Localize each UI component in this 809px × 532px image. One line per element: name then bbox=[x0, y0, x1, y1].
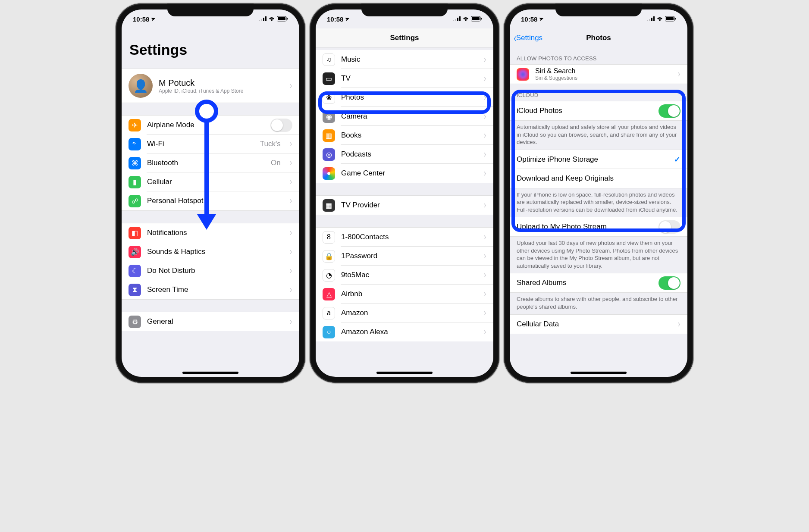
row-label: TV bbox=[341, 74, 477, 83]
home-indicator[interactable] bbox=[376, 372, 433, 374]
annotation-arrow-head bbox=[197, 214, 216, 230]
siri-search-cell[interactable]: Siri & Search Siri & Suggestions › bbox=[510, 65, 687, 84]
chevron-icon: › bbox=[484, 169, 486, 178]
row-screen-time[interactable]: ⧗Screen Time› bbox=[122, 280, 299, 299]
checkmark-icon: ✓ bbox=[674, 155, 680, 164]
optimize-label: Optimize iPhone Storage bbox=[517, 155, 668, 164]
chevron-icon: › bbox=[484, 270, 486, 280]
chevron-icon: › bbox=[484, 327, 486, 337]
chevron-icon: › bbox=[484, 251, 486, 261]
shared-albums-label: Shared Albums bbox=[517, 279, 652, 287]
home-indicator[interactable] bbox=[182, 372, 238, 374]
row-label: Wi-Fi bbox=[147, 140, 254, 148]
camera-icon: ◉ bbox=[323, 110, 335, 123]
row-do-not-disturb[interactable]: ☾Do Not Disturb› bbox=[122, 261, 299, 280]
cellular-data-label: Cellular Data bbox=[517, 320, 671, 329]
apple-id-cell[interactable]: 👤 M Potuck Apple ID, iCloud, iTunes & Ap… bbox=[122, 69, 299, 103]
row-amazon-alexa[interactable]: ○Amazon Alexa› bbox=[316, 322, 493, 341]
download-originals-cell[interactable]: Download and Keep Originals bbox=[510, 169, 687, 188]
settings-list[interactable]: ♫Music›▭TV›❀Photos›◉Camera›▥Books›◎Podca… bbox=[316, 47, 493, 377]
row-label: Music bbox=[341, 55, 477, 64]
row-photos[interactable]: ❀Photos› bbox=[316, 88, 493, 107]
chevron-icon: › bbox=[484, 232, 486, 242]
cellular-signal-icon bbox=[259, 16, 267, 22]
row-camera[interactable]: ◉Camera› bbox=[316, 107, 493, 126]
row-1-800contacts[interactable]: 81-800Contacts› bbox=[316, 228, 493, 247]
page-title: Settings bbox=[129, 41, 292, 58]
chevron-icon: › bbox=[678, 319, 680, 329]
row-label: TV Provider bbox=[341, 201, 477, 210]
photo-stream-cell[interactable]: Upload to My Photo Stream bbox=[510, 217, 687, 236]
download-label: Download and Keep Originals bbox=[517, 174, 680, 183]
tv-icon: ▭ bbox=[323, 72, 335, 85]
siri-icon bbox=[517, 68, 529, 81]
airbnb-icon: △ bbox=[323, 288, 335, 300]
section-header-allow: ALLOW PHOTOS TO ACCESS bbox=[510, 47, 687, 64]
photo-stream-label: Upload to My Photo Stream bbox=[517, 222, 652, 231]
row-label: 9to5Mac bbox=[341, 271, 477, 279]
svg-rect-1 bbox=[261, 19, 262, 21]
photos-settings-list[interactable]: ALLOW PHOTOS TO ACCESS Siri & Search Sir… bbox=[510, 47, 687, 377]
status-icons bbox=[259, 16, 288, 22]
shared-albums-toggle[interactable] bbox=[658, 276, 680, 290]
row-music[interactable]: ♫Music› bbox=[316, 50, 493, 69]
row-podcasts[interactable]: ◎Podcasts› bbox=[316, 145, 493, 164]
row-label: 1Password bbox=[341, 252, 477, 260]
row-9to5mac[interactable]: ◔9to5Mac› bbox=[316, 266, 493, 285]
row-1password[interactable]: 🔒1Password› bbox=[316, 247, 493, 266]
podcasts-icon: ◎ bbox=[323, 148, 335, 161]
section-header-icloud: ICLOUD bbox=[510, 84, 687, 101]
row-books[interactable]: ▥Books› bbox=[316, 126, 493, 145]
row-game-center[interactable]: ●Game Center› bbox=[316, 164, 493, 183]
chevron-icon: › bbox=[290, 177, 292, 187]
annotation-scroll-start bbox=[195, 100, 218, 123]
toggle[interactable] bbox=[270, 119, 292, 132]
row-tv[interactable]: ▭TV› bbox=[316, 69, 493, 88]
9to5mac-icon: ◔ bbox=[323, 269, 335, 282]
row-sounds-haptics[interactable]: 🔊Sounds & Haptics› bbox=[122, 242, 299, 261]
svg-rect-16 bbox=[651, 18, 652, 21]
row-label: Airbnb bbox=[341, 290, 477, 298]
dnd-icon: ☾ bbox=[129, 265, 141, 277]
notch bbox=[167, 3, 254, 16]
shared-albums-cell[interactable]: Shared Albums bbox=[510, 273, 687, 292]
wifi-status-icon bbox=[268, 16, 275, 22]
bluetooth-icon: ⌘ bbox=[129, 157, 141, 169]
svg-rect-2 bbox=[263, 18, 264, 21]
general-icon: ⚙ bbox=[129, 316, 141, 328]
phone-1: 10:58 ➤ Settings 👤 M Potuck Apple ID, iC… bbox=[116, 3, 305, 383]
settings-list[interactable]: 👤 M Potuck Apple ID, iCloud, iTunes & Ap… bbox=[122, 61, 299, 377]
icloud-photos-cell[interactable]: iCloud Photos bbox=[510, 101, 687, 120]
alexa-icon: ○ bbox=[323, 326, 335, 338]
home-indicator[interactable] bbox=[571, 372, 627, 374]
row-airbnb[interactable]: △Airbnb› bbox=[316, 285, 493, 304]
back-button[interactable]: ‹ Settings bbox=[513, 31, 542, 45]
row-cellular[interactable]: ▮Cellular› bbox=[122, 172, 299, 191]
row-label: Screen Time bbox=[147, 285, 283, 294]
contacts1800-icon: 8 bbox=[323, 231, 335, 244]
row-wi-fi[interactable]: ᯤWi-FiTuck's› bbox=[122, 135, 299, 153]
row-amazon[interactable]: aAmazon› bbox=[316, 304, 493, 322]
cellular-data-cell[interactable]: Cellular Data › bbox=[510, 315, 687, 334]
row-personal-hotspot[interactable]: ☍Personal Hotspot› bbox=[122, 191, 299, 210]
storage-footer: If your iPhone is low on space, full-res… bbox=[510, 188, 687, 217]
svg-rect-0 bbox=[259, 20, 260, 21]
svg-rect-19 bbox=[666, 17, 674, 20]
row-label: Books bbox=[341, 131, 477, 140]
gamecenter-icon: ● bbox=[323, 167, 335, 180]
back-label: Settings bbox=[516, 34, 542, 42]
chevron-icon: › bbox=[484, 93, 486, 102]
svg-rect-17 bbox=[653, 16, 655, 21]
row-general[interactable]: ⚙General› bbox=[122, 312, 299, 331]
row-bluetooth[interactable]: ⌘BluetoothOn› bbox=[122, 153, 299, 172]
annotation-arrow-line bbox=[204, 121, 209, 215]
svg-rect-20 bbox=[675, 18, 676, 20]
chevron-icon: › bbox=[290, 285, 292, 294]
1password-icon: 🔒 bbox=[323, 250, 335, 263]
optimize-storage-cell[interactable]: Optimize iPhone Storage ✓ bbox=[510, 150, 687, 169]
icloud-photos-toggle[interactable] bbox=[658, 104, 680, 118]
photo-stream-toggle[interactable] bbox=[658, 220, 680, 234]
row-tv-provider[interactable]: ▦TV Provider› bbox=[316, 196, 493, 215]
screen-settings-root: 10:58 ➤ Settings 👤 M Potuck Apple ID, iC… bbox=[122, 9, 299, 377]
chevron-icon: › bbox=[290, 196, 292, 206]
